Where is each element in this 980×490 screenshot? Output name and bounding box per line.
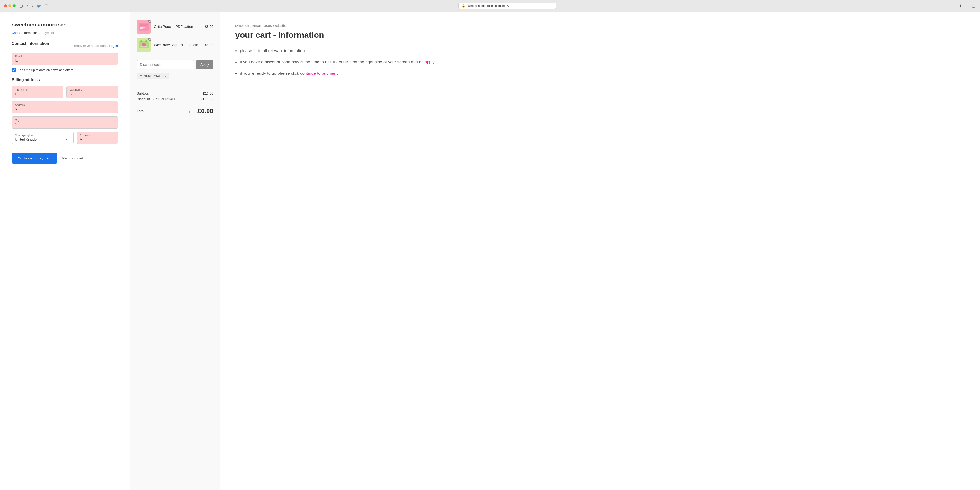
country-select[interactable]: United Kingdom United States Canada xyxy=(15,137,70,142)
order-item-1: 1 Glitta Pouch - PDF pattern £8.00 xyxy=(137,20,213,34)
reader-icon: ⊞ xyxy=(502,4,505,8)
info-bullet-2: if you have a discount code now is the t… xyxy=(235,59,965,65)
subtotal-line: Subtotal £16.00 xyxy=(137,91,213,95)
info-title: your cart - information xyxy=(235,30,965,40)
svg-rect-5 xyxy=(140,40,142,42)
address-group: Address xyxy=(12,101,118,113)
last-name-input[interactable] xyxy=(70,92,115,96)
total-currency: GBP xyxy=(189,110,195,114)
country-select-wrapper: United Kingdom United States Canada ▼ xyxy=(15,137,70,142)
svg-rect-8 xyxy=(140,46,147,47)
breadcrumb: Cart › Information › Payment xyxy=(12,31,118,35)
grid-icon[interactable]: ⋮ xyxy=(51,3,57,8)
already-account-text: Already have an account? xyxy=(72,44,108,48)
order-item-price-2: £8.00 xyxy=(205,43,213,47)
city-container[interactable]: City xyxy=(12,116,118,129)
svg-rect-3 xyxy=(140,28,143,29)
discount-amount: - £16.00 xyxy=(201,97,213,101)
city-input[interactable] xyxy=(15,122,115,126)
divider-2 xyxy=(137,87,213,88)
order-item-name-1: Glitta Pouch - PDF pattern xyxy=(154,25,202,29)
forward-icon[interactable]: › xyxy=(31,3,34,8)
info-list: please fill in all relevant information … xyxy=(235,48,965,77)
address-label: Address xyxy=(15,103,115,106)
svg-point-7 xyxy=(142,43,146,47)
discount-row: Apply xyxy=(137,60,213,69)
maximize-button[interactable] xyxy=(13,5,16,7)
apply-pink-link: apply xyxy=(425,60,434,64)
first-name-input[interactable] xyxy=(15,92,60,96)
total-line: Total GBP £0.00 xyxy=(137,104,213,115)
breadcrumb-information: Information xyxy=(22,31,38,35)
address-bar-icons: ⊞ ↻ xyxy=(502,4,510,8)
discount-summary-line: Discount 🛡 SUPERSALE - £16.00 xyxy=(137,97,213,101)
discount-code-input[interactable] xyxy=(137,60,194,69)
shield-icon[interactable]: 🛡 xyxy=(44,3,49,8)
return-to-cart-button[interactable]: Return to cart xyxy=(62,156,83,160)
last-name-group: Last name xyxy=(67,86,118,98)
info-panel: sweetcinnanomroses website your cart - i… xyxy=(221,12,980,490)
login-link: Already have an account? Log in xyxy=(72,44,118,48)
city-label: City xyxy=(15,119,115,121)
total-amount-group: GBP £0.00 xyxy=(189,107,213,115)
share-icon[interactable]: ⬆ xyxy=(958,3,963,8)
country-container[interactable]: Country/region United Kingdom United Sta… xyxy=(12,132,74,144)
continue-to-payment-pink-link: continue to payment xyxy=(300,71,337,76)
address-bar[interactable]: 🔒 sweetcinnamonroses.com ⊞ ↻ xyxy=(458,3,557,9)
sidebar-toggle-icon[interactable]: ▢ xyxy=(19,3,24,8)
store-name: sweetcinnamonroses xyxy=(12,22,118,28)
remove-discount-icon[interactable]: × xyxy=(164,75,166,78)
traffic-lights xyxy=(4,5,16,7)
shield-discount-icon: 🛡 xyxy=(139,75,142,78)
item-1-thumbnail-icon xyxy=(138,21,150,33)
browser-action-icons: ⬆ + ▢ xyxy=(958,3,976,8)
subtotal-value: £16.00 xyxy=(203,91,213,95)
city-group: City xyxy=(12,116,118,129)
total-amount: £0.00 xyxy=(197,107,213,115)
new-tab-icon[interactable]: + xyxy=(965,3,969,8)
postcode-container[interactable]: Postcode xyxy=(77,132,118,144)
svg-rect-1 xyxy=(140,24,148,26)
email-label: Email xyxy=(15,55,115,58)
breadcrumb-cart[interactable]: Cart xyxy=(12,31,18,35)
minimize-button[interactable] xyxy=(8,5,11,7)
total-label: Total xyxy=(137,109,145,113)
info-bullet-3: if you're ready to go please click conti… xyxy=(235,70,965,77)
log-in-link[interactable]: Log in xyxy=(109,44,118,48)
subtotal-label: Subtotal xyxy=(137,91,149,95)
order-item-image-1: 1 xyxy=(137,20,151,34)
tabs-icon[interactable]: ▢ xyxy=(971,3,976,8)
back-icon[interactable]: ‹ xyxy=(26,3,29,8)
breadcrumb-sep-2: › xyxy=(39,31,40,34)
address-container[interactable]: Address xyxy=(12,101,118,113)
billing-section-title: Billing address xyxy=(12,78,118,82)
email-input[interactable] xyxy=(15,59,115,62)
discount-badge: 🛡 SUPERSALE × xyxy=(137,73,169,80)
country-label: Country/region xyxy=(15,134,70,137)
order-item-name-2: Wee Braw Bag - PDF pattern xyxy=(154,43,202,47)
first-name-label: First name xyxy=(15,88,60,91)
breadcrumb-payment: Payment xyxy=(41,31,54,35)
form-actions: Continue to payment Return to cart xyxy=(12,153,118,164)
apply-discount-button[interactable]: Apply xyxy=(196,60,213,69)
order-panel: 1 Glitta Pouch - PDF pattern £8.00 1 xyxy=(130,12,221,490)
contact-header: Contact information Already have an acco… xyxy=(12,41,118,50)
newsletter-checkbox[interactable] xyxy=(12,68,16,72)
postcode-input[interactable] xyxy=(80,137,115,142)
svg-rect-2 xyxy=(140,27,145,28)
bookmark-icon[interactable]: 🐦 xyxy=(36,3,42,8)
last-name-container[interactable]: Last name xyxy=(67,86,118,98)
email-field-container[interactable]: Email xyxy=(12,52,118,65)
continue-to-payment-button[interactable]: Continue to payment xyxy=(12,153,57,164)
postcode-group: Postcode xyxy=(77,132,118,144)
country-group: Country/region United Kingdom United Sta… xyxy=(12,132,74,144)
discount-code-summary: SUPERSALE xyxy=(156,97,177,101)
order-item-price-1: £8.00 xyxy=(205,25,213,29)
url-text: sweetcinnamonroses.com xyxy=(467,4,501,8)
close-button[interactable] xyxy=(4,5,7,7)
first-name-container[interactable]: First name xyxy=(12,86,64,98)
shield-icon-discount: 🛡 xyxy=(151,97,154,101)
discount-code-text: SUPERSALE xyxy=(144,75,163,78)
address-input[interactable] xyxy=(15,107,115,111)
breadcrumb-sep-1: › xyxy=(19,31,20,34)
